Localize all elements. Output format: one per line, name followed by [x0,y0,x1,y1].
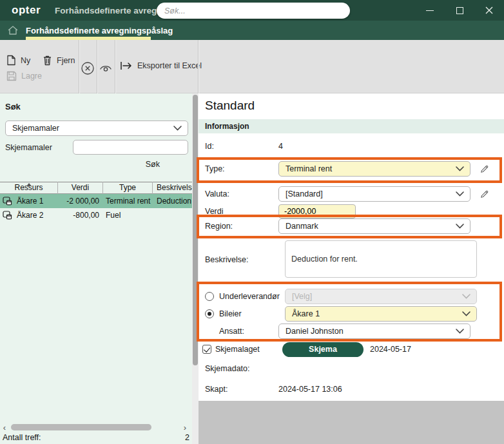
skapt-label: Skapt: [199,385,278,394]
entity-type-dropdown[interactable]: Skjemamaler [5,121,188,136]
sort-ascending-icon [26,183,32,186]
chevron-down-icon [456,224,464,229]
search-field-input[interactable] [73,140,188,155]
new-button-label: Ny [21,56,30,65]
beskrivelse-textarea[interactable]: Deduction for rent. [285,240,477,278]
vertical-scrollbar-thumb[interactable] [193,95,198,365]
skjema-button[interactable]: Skjema [282,342,363,357]
scroll-right-button[interactable]: › [180,422,189,432]
table-row[interactable]: Åkare 1 -2 000,00 Terminal rent Deductio… [0,194,192,208]
underleverandor-row: Underleverandør [Velg] [199,289,504,304]
chevron-down-icon [173,126,182,131]
cell-verdi: -800,00 [58,211,103,220]
new-button[interactable]: Ny [6,55,30,66]
underleverandor-radio[interactable] [205,292,214,301]
export-excel-button[interactable]: Eksporter til Excel [120,61,202,71]
valuta-row: Valuta: [Standard] [199,186,504,202]
ansatt-dropdown[interactable]: Daniel Johnston [278,323,470,339]
app-window: opter Forhåndsdefinerte avregningspåslag… [0,0,504,444]
verdi-input[interactable] [278,204,356,218]
search-submit-button[interactable]: Søk [146,160,160,169]
column-header-type[interactable]: Type [103,182,153,194]
skjema-row: Skjemalaget Skjema 2024-05-17 [199,342,504,357]
cell-verdi: -2 000,00 [58,197,103,206]
beskrivelse-value: Deduction for rent. [291,255,358,264]
bileier-dropdown-value: Åkare 1 [292,309,320,318]
opter-logo: opter [12,4,41,17]
section-header-informasjon: Informasjon [199,119,504,133]
result-count-value: 2 [185,433,189,442]
column-header-beskrivelse[interactable]: Beskrivelse [153,182,192,194]
search-field-label: Skjemamaler [5,143,73,152]
bileier-dropdown[interactable]: Åkare 1 [285,306,477,322]
save-icon [6,71,17,81]
pencil-icon [480,189,489,199]
search-field-row: Skjemamaler [5,140,188,155]
close-button[interactable] [474,0,504,21]
close-icon [485,6,493,14]
tab-label: Forhåndsdefinerte avregningspåslag [26,26,173,35]
type-dropdown-value: Terminal rent [286,164,332,173]
result-count-label: Antall treff: [3,433,41,442]
id-value: 4 [278,142,283,151]
maximize-button[interactable] [445,0,474,21]
search-panel-header: Søk [5,102,21,111]
horizontal-scrollbar-thumb[interactable] [11,424,151,430]
window-controls [415,0,504,21]
valuta-dropdown[interactable]: [Standard] [278,186,470,202]
type-dropdown[interactable]: Terminal rent [278,161,470,177]
chevron-down-icon [462,294,470,299]
underleverandor-dropdown[interactable]: [Velg] [285,289,477,304]
home-icon [7,24,19,36]
trash-icon [43,55,52,66]
column-header-verdi[interactable]: Verdi [58,182,103,194]
type-label: Type: [199,164,278,173]
global-search-input[interactable] [164,6,342,15]
ansatt-dropdown-value: Daniel Johnston [286,327,344,336]
cell-ressurs: Åkare 2 [17,211,43,220]
global-search[interactable] [157,3,350,19]
results-table: Ressurs Verdi Type Beskrivelse Åkare 1 -… [0,182,192,222]
verdi-row: Verdi [199,204,504,219]
toolbar-separator [97,40,97,93]
maximize-icon [456,7,463,14]
region-dropdown[interactable]: Danmark [278,218,470,234]
id-label: Id: [199,142,278,151]
preview-button[interactable] [98,61,113,76]
remove-button[interactable]: Fjern [43,55,75,66]
skjemalaget-label: Skjemalaget [215,345,282,354]
bileier-label: Bileier [219,309,285,318]
export-arrow-icon [120,61,133,71]
edit-valuta-button[interactable] [480,189,489,199]
horizontal-scrollbar: ‹ › [0,422,192,432]
circled-x-icon [81,61,95,75]
scroll-left-button[interactable]: ‹ [0,422,9,432]
remove-button-label: Fjern [57,56,75,65]
search-panel: Søk Skjemamaler Skjemamaler Søk Ressurs … [0,93,192,444]
bileier-radio[interactable] [205,309,214,318]
clear-filter-button[interactable] [80,61,95,76]
vertical-scrollbar [192,93,199,444]
chevron-down-icon [456,191,464,197]
home-button[interactable] [7,24,20,37]
table-row[interactable]: Åkare 2 -800,00 Fuel [0,208,192,222]
skjemalaget-checkbox[interactable] [202,345,211,354]
chevron-down-icon [456,166,464,171]
region-label: Region: [199,222,278,231]
underleverandor-label: Underleverandør [219,292,285,301]
cell-beskrivelse: Deduction for rent. [153,197,192,206]
results-table-header: Ressurs Verdi Type Beskrivelse [0,182,192,194]
skapt-value: 2024-05-17 13:06 [278,385,342,394]
skjemadato-label: Skjemadato: [199,364,278,373]
chevron-down-icon [456,329,464,334]
detail-panel-background [199,401,504,444]
resource-icon [3,211,13,220]
edit-type-button[interactable] [480,164,489,174]
minimize-button[interactable] [415,0,445,21]
bileier-row: Bileier Åkare 1 [199,306,504,322]
toolbar-separator [79,40,79,93]
cell-type: Fuel [103,211,153,220]
save-button[interactable]: Lagre [6,71,42,81]
detail-panel: Standard Informasjon Id: 4 Type: Termina… [199,93,504,401]
minimize-icon [426,10,434,11]
